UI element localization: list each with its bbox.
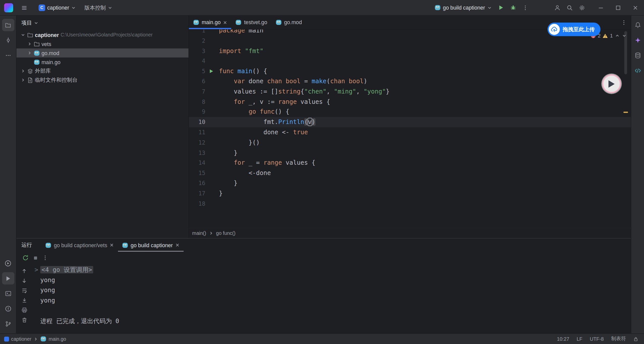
line-number[interactable]: 2	[189, 36, 205, 46]
code-line-18[interactable]: 18	[189, 198, 631, 208]
tab-options-button[interactable]	[617, 16, 631, 29]
tree-row-scratches[interactable]: 临时文件和控制台	[16, 75, 188, 84]
code-text[interactable]	[219, 36, 631, 46]
line-number[interactable]: 17	[189, 188, 205, 198]
scroll-to-end-icon[interactable]	[21, 296, 27, 305]
tree-row-go-mod[interactable]: go.mod	[16, 49, 188, 58]
tree-row-vets[interactable]: vets	[16, 39, 188, 49]
run-tab-captioner-vets[interactable]: go build captioner/vets	[41, 239, 118, 252]
line-number[interactable]: 5	[189, 66, 205, 76]
project-widget[interactable]: C captioner	[36, 2, 79, 14]
indent-style[interactable]: 制表符	[611, 335, 626, 342]
code-text[interactable]: <-done	[219, 168, 631, 178]
minimize-window-button[interactable]	[592, 0, 610, 15]
code-line-13[interactable]: 13 }	[189, 148, 631, 158]
code-line-7[interactable]: 7 values := []string{"chen", "ming", "yo…	[189, 87, 631, 97]
tool-stripe-project-button[interactable]	[2, 19, 14, 31]
code-text[interactable]: }	[219, 188, 631, 198]
tab-testvet-go[interactable]: testvet.go	[231, 16, 271, 29]
line-number[interactable]: 7	[189, 87, 205, 97]
arrow-up-icon[interactable]	[21, 267, 27, 275]
code-text[interactable]: for _ = range values {	[219, 158, 631, 168]
run-tab-captioner[interactable]: go build captioner	[118, 239, 184, 252]
tool-stripe-more-button[interactable]	[2, 49, 14, 62]
printer-icon[interactable]	[21, 306, 27, 314]
settings-button[interactable]	[576, 2, 588, 14]
code-text[interactable]: var done chan bool = make(chan bool)	[219, 76, 631, 87]
clear-console-icon[interactable]	[21, 316, 27, 324]
line-number[interactable]: 6	[189, 76, 205, 87]
code-line-16[interactable]: 16 }	[189, 178, 631, 188]
tree-row-captioner[interactable]: captioner C:\Users\meowr\GolandProjects\…	[16, 30, 188, 39]
statusbar-file[interactable]: main.go	[49, 336, 66, 342]
tool-stripe-commit-button[interactable]	[2, 34, 14, 47]
main-menu-button[interactable]	[18, 2, 30, 14]
editor-body[interactable]: 1package main23import "fmt"45func main()…	[189, 30, 631, 228]
tab-go-mod[interactable]: go.mod	[271, 16, 306, 29]
tab-main-go[interactable]: main.go	[189, 16, 231, 29]
line-number[interactable]: 12	[189, 138, 205, 148]
line-number[interactable]: 10	[189, 117, 205, 127]
line-number[interactable]: 11	[189, 127, 205, 137]
chevron-right-icon[interactable]	[27, 41, 32, 47]
scrollbar-warning-mark[interactable]	[623, 112, 628, 113]
tool-stripe-git-button[interactable]	[2, 318, 14, 330]
code-line-3[interactable]: 3import "fmt"	[189, 46, 631, 56]
line-number[interactable]: 4	[189, 56, 205, 66]
caret-position[interactable]: 10:27	[557, 336, 569, 342]
code-text[interactable]: done <- true	[219, 127, 631, 137]
maximize-window-button[interactable]	[610, 0, 627, 15]
code-text[interactable]	[219, 56, 631, 66]
tree-row-main-go[interactable]: main.go	[16, 58, 188, 67]
chevron-up-icon[interactable]	[615, 33, 620, 38]
tool-stripe-problems-button[interactable]	[2, 303, 14, 315]
code-line-4[interactable]: 4	[189, 56, 631, 66]
run-button[interactable]	[495, 2, 507, 14]
run-configuration-widget[interactable]: go build captioner	[432, 2, 495, 14]
line-number[interactable]: 15	[189, 168, 205, 178]
chevron-down-icon[interactable]	[21, 32, 26, 37]
code-text[interactable]: import "fmt"	[219, 46, 631, 56]
warning-count[interactable]: 1	[610, 33, 613, 39]
code-text[interactable]: for _, v := range values {	[219, 97, 631, 107]
arrow-down-icon[interactable]	[21, 276, 27, 285]
endpoints-button[interactable]	[631, 64, 644, 77]
code-text[interactable]: }	[219, 148, 631, 158]
ai-assistant-button[interactable]	[631, 34, 644, 47]
statusbar-project[interactable]: captioner	[11, 336, 31, 342]
code-line-9[interactable]: 9 go func() {	[189, 107, 631, 117]
code-text[interactable]: values := []string{"chen", "ming", "yong…	[219, 87, 631, 97]
line-number[interactable]: 1	[189, 30, 205, 36]
chevron-right-icon[interactable]	[21, 69, 26, 74]
line-separator[interactable]: LF	[577, 336, 582, 342]
debug-button[interactable]	[507, 2, 519, 14]
chevron-down-icon[interactable]	[622, 33, 627, 38]
code-line-14[interactable]: 14 for _ = range values {	[189, 158, 631, 168]
breadcrumb-item[interactable]: go func()	[216, 230, 235, 236]
code-line-8[interactable]: 8 for _, v := range values {	[189, 97, 631, 107]
search-everywhere-button[interactable]	[564, 2, 576, 14]
code-with-me-button[interactable]	[551, 2, 564, 14]
line-number[interactable]: 3	[189, 46, 205, 56]
line-number[interactable]: 8	[189, 97, 205, 107]
rerun-icon[interactable]	[22, 254, 29, 261]
code-line-12[interactable]: 12 }()	[189, 138, 631, 148]
code-text[interactable]: }()	[219, 138, 631, 148]
chevron-right-icon[interactable]	[21, 78, 26, 83]
tool-stripe-run-button[interactable]	[2, 272, 14, 284]
tool-stripe-services-button[interactable]	[2, 257, 14, 269]
code-text[interactable]	[219, 198, 631, 208]
close-tab-icon[interactable]	[223, 20, 227, 24]
warning-badge-icon[interactable]	[603, 33, 608, 38]
code-line-10[interactable]: 10 fmt.Println(v)	[189, 117, 631, 127]
close-window-button[interactable]	[627, 0, 644, 15]
vcs-widget[interactable]: 版本控制	[82, 2, 115, 14]
stop-icon[interactable]	[33, 255, 38, 261]
breadcrumb-item[interactable]: main()	[192, 230, 206, 236]
soft-wrap-icon[interactable]	[21, 286, 27, 295]
drag-upload-overlay[interactable]: 拖拽至此上传	[547, 23, 600, 36]
lock-icon[interactable]	[633, 336, 638, 341]
notifications-button[interactable]	[631, 19, 644, 31]
code-line-17[interactable]: 17}	[189, 188, 631, 198]
code-text[interactable]: func main() {	[219, 66, 631, 76]
